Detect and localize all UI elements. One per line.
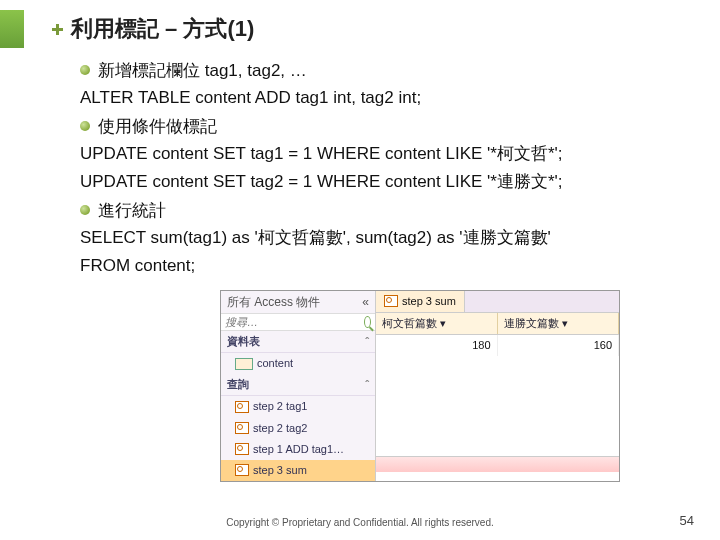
bullet-1: 新增標記欄位 tag1, tag2, …	[80, 58, 680, 84]
chevron-up-icon: ˆ	[365, 376, 369, 393]
col-header-2[interactable]: 連勝文篇數 ▾	[498, 313, 620, 334]
bullet-icon	[80, 121, 90, 131]
result-header: 柯文哲篇數 ▾ 連勝文篇數 ▾	[376, 313, 619, 335]
col-header-1[interactable]: 柯文哲篇數 ▾	[376, 313, 498, 334]
accent-bar	[0, 10, 24, 48]
tab-step3[interactable]: step 3 sum	[376, 291, 465, 312]
nav-pane-title: 所有 Access 物件	[227, 293, 320, 312]
table-icon	[235, 358, 253, 370]
nav-item-step1-add[interactable]: step 1 ADD tag1…	[221, 439, 375, 460]
search-icon[interactable]	[364, 316, 371, 328]
nav-item-content[interactable]: content	[221, 353, 375, 374]
title-bullet-icon	[52, 24, 63, 35]
footer: Copyright © Proprietary and Confidential…	[0, 517, 720, 528]
query-icon	[384, 295, 398, 307]
result-row[interactable]: 180 160	[376, 335, 619, 356]
bullet-3-text: 進行統計	[98, 198, 166, 224]
bullet-2: 使用條件做標記	[80, 114, 680, 140]
tab-bar: step 3 sum	[376, 291, 619, 313]
cell-val1: 180	[376, 335, 498, 356]
query-icon	[235, 443, 249, 455]
nav-item-step2-tag1[interactable]: step 2 tag1	[221, 396, 375, 417]
query-icon	[235, 464, 249, 476]
bullet-icon	[80, 65, 90, 75]
code-line-1: ALTER TABLE content ADD tag1 int, tag2 i…	[80, 85, 680, 111]
nav-item-step3-sum[interactable]: step 3 sum	[221, 460, 375, 481]
slide-title: 利用標記 – 方式(1)	[52, 14, 680, 44]
collapse-icon[interactable]: «	[362, 293, 369, 312]
query-icon	[235, 422, 249, 434]
access-screenshot: 所有 Access 物件 « 資料表ˆ content	[220, 290, 620, 482]
code-line-5: FROM content;	[80, 253, 680, 279]
record-nav-bar[interactable]	[376, 456, 619, 472]
search-row	[221, 314, 375, 331]
bullet-icon	[80, 205, 90, 215]
code-line-2: UPDATE content SET tag1 = 1 WHERE conten…	[80, 141, 680, 167]
search-input[interactable]	[225, 316, 364, 328]
chevron-up-icon: ˆ	[365, 333, 369, 350]
nav-item-step2-tag2[interactable]: step 2 tag2	[221, 418, 375, 439]
result-pane: step 3 sum 柯文哲篇數 ▾ 連勝文篇數 ▾ 180 160	[376, 291, 619, 481]
group-tables[interactable]: 資料表ˆ	[221, 331, 375, 353]
slide: 利用標記 – 方式(1) 新增標記欄位 tag1, tag2, … ALTER …	[0, 0, 720, 482]
code-line-3: UPDATE content SET tag2 = 1 WHERE conten…	[80, 169, 680, 195]
nav-pane: 所有 Access 物件 « 資料表ˆ content	[221, 291, 376, 481]
nav-pane-header[interactable]: 所有 Access 物件 «	[221, 291, 375, 315]
query-icon	[235, 401, 249, 413]
group-queries[interactable]: 查詢ˆ	[221, 374, 375, 396]
page-number: 54	[680, 513, 694, 528]
cell-val2: 160	[498, 335, 620, 356]
bullet-3: 進行統計	[80, 198, 680, 224]
slide-body: 新增標記欄位 tag1, tag2, … ALTER TABLE content…	[80, 58, 680, 482]
blank-area	[376, 356, 619, 456]
bullet-2-text: 使用條件做標記	[98, 114, 217, 140]
bullet-1-text: 新增標記欄位 tag1, tag2, …	[98, 58, 307, 84]
title-text: 利用標記 – 方式(1)	[71, 14, 254, 44]
code-line-4: SELECT sum(tag1) as '柯文哲篇數', sum(tag2) a…	[80, 225, 680, 251]
